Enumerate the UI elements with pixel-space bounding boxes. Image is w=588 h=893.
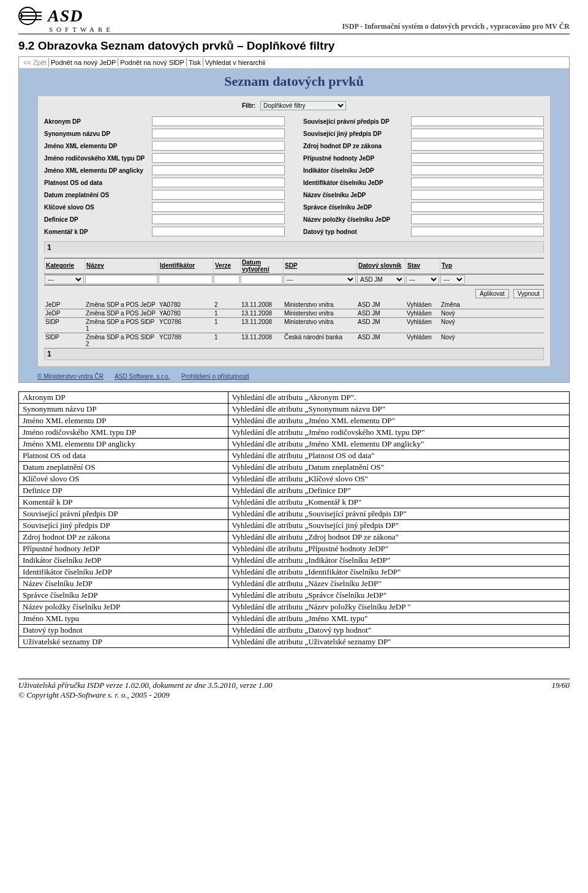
def-term: Jméno XML elementu DP anglicky — [19, 439, 228, 450]
def-desc: Vyhledání dle atributu „Související jiný… — [228, 520, 569, 532]
definition-row: Související právní předpis DPVyhledání d… — [19, 508, 570, 520]
footer-link-asd[interactable]: ASD Software, s.r.o. — [115, 373, 170, 380]
def-term: Název položky číselníku JeDP — [19, 601, 228, 613]
field-input[interactable] — [152, 116, 285, 126]
def-desc: Vyhledání dle atributu „Zdroj hodnot DP … — [228, 532, 569, 543]
cell: YC0788 — [158, 333, 213, 348]
cell: Nový — [440, 318, 466, 333]
table-row[interactable]: JeDPZměna SDP a POS JeDPYA0780213.11.200… — [44, 301, 544, 309]
flt-sdp[interactable]: --- — [284, 275, 356, 284]
definition-row: Platnost OS od dataVyhledání dle atribut… — [19, 450, 570, 462]
menu-print[interactable]: Tisk — [187, 58, 203, 67]
col-nazev: Název — [85, 258, 158, 274]
def-desc: Vyhledání dle atributu „Synonymum názvu … — [228, 404, 569, 415]
def-desc: Vyhledání dle atributu „Definice DP" — [228, 485, 569, 497]
cell: 13.11.2008 — [240, 309, 283, 317]
def-desc: Vyhledání dle atributu „Jméno XML typu" — [228, 613, 569, 625]
field-label: Klíčové slovo OS — [44, 204, 148, 211]
def-term: Klíčové slovo OS — [19, 473, 228, 485]
def-term: Přípustné hodnoty JeDP — [19, 543, 228, 555]
footer-link-mvcr[interactable]: © Ministerstvo vnitra ČR — [37, 373, 104, 380]
field-input[interactable] — [411, 178, 544, 187]
grid-header: Kategorie Název Identifikátor Verze Datu… — [44, 258, 544, 274]
table-row[interactable]: SlDPZměna SDP a POS SlDP 2YC0788113.11.2… — [44, 333, 544, 349]
def-desc: Vyhledání dle atributu „Jméno rodičovské… — [228, 427, 569, 439]
field-input[interactable] — [411, 165, 544, 175]
field-input[interactable] — [152, 129, 285, 138]
field-input[interactable] — [411, 190, 544, 200]
header-rule — [18, 34, 570, 34]
field-input[interactable] — [152, 227, 285, 236]
field-input[interactable] — [411, 214, 544, 224]
field-input[interactable] — [152, 190, 285, 200]
def-desc: Vyhledání dle atributu „Datum zneplatněn… — [228, 462, 569, 473]
flt-identifikator[interactable] — [159, 275, 213, 284]
cell: Vyhlášen — [405, 318, 440, 333]
cell: Nový — [440, 333, 466, 348]
field-input[interactable] — [152, 214, 285, 224]
def-desc: Vyhledání dle atributu „Indikátor číseln… — [228, 555, 569, 567]
footer-link-accessibility[interactable]: Prohlášení o přístupnosti — [181, 373, 249, 380]
flt-nazev[interactable] — [85, 275, 157, 284]
cell: Ministerstvo vnitra — [283, 309, 356, 317]
field-input[interactable] — [152, 153, 285, 163]
def-desc: Vyhledání dle atributu „Komentář k DP" — [228, 497, 569, 508]
def-desc: Vyhledání dle atributu „Jméno XML elemen… — [228, 415, 569, 427]
col-kategorie: Kategorie — [44, 258, 85, 274]
cell: YA0780 — [158, 301, 213, 309]
flt-slovnik[interactable]: ASD JM — [357, 275, 405, 284]
flt-typ[interactable]: --- — [440, 275, 465, 284]
definition-row: Uživatelské seznamy DPVyhledání dle atri… — [19, 636, 570, 648]
flt-verze[interactable] — [214, 275, 239, 284]
flt-datum[interactable] — [241, 275, 282, 284]
disable-button[interactable]: Vypnout — [513, 289, 544, 298]
definition-row: Zdroj hodnot DP ze zákonaVyhledání dle a… — [19, 532, 570, 543]
definitions-table: Akronym DPVyhledání dle atributu „Akrony… — [18, 391, 570, 648]
field-input[interactable] — [152, 165, 285, 175]
menu-back[interactable]: << Zpět — [21, 58, 49, 67]
field-input[interactable] — [152, 178, 285, 187]
def-desc: Vyhledání dle atributu „Přípustné hodnot… — [228, 543, 569, 555]
cell: Vyhlášen — [405, 333, 440, 348]
def-term: Platnost OS od data — [19, 450, 228, 462]
def-term: Název číselníku JeDP — [19, 578, 228, 590]
menu-new-sldp[interactable]: Podnět na nový SlDP — [118, 58, 187, 67]
field-input[interactable] — [411, 202, 544, 212]
definition-row: Akronym DPVyhledání dle atributu „Akrony… — [19, 392, 570, 404]
screenshot-box: << Zpět Podnět na nový JeDP Podnět na no… — [18, 56, 570, 383]
field-input[interactable] — [152, 202, 285, 212]
cell: Změna SDP a POS SlDP 2 — [85, 333, 158, 348]
menu-search-hierarchy[interactable]: Vyhledat v hierarchii — [203, 58, 268, 67]
field-input[interactable] — [411, 141, 544, 151]
def-desc: Vyhledání dle atributu „Správce číselník… — [228, 590, 569, 601]
menu-new-jedp[interactable]: Podnět na nový JeDP — [49, 58, 118, 67]
cell: ASD JM — [356, 318, 405, 333]
field-input[interactable] — [152, 141, 285, 151]
field-label: Akronym DP — [44, 118, 148, 125]
filter-select[interactable]: Doplňkové filtry — [260, 101, 346, 110]
apply-button[interactable]: Aplikovat — [475, 289, 509, 298]
definition-row: Klíčové slovo OSVyhledání dle atributu „… — [19, 473, 570, 485]
section-title: 9.2 Obrazovka Seznam datových prvků – Do… — [18, 39, 570, 53]
field-input[interactable] — [411, 129, 544, 138]
cell: 13.11.2008 — [240, 301, 283, 309]
def-desc: Vyhledání dle atributu „Název číselníku … — [228, 578, 569, 590]
table-row[interactable]: SlDPZměna SDP a POS SlDP 1YC0786113.11.2… — [44, 318, 544, 333]
page-number: 19/60 — [551, 680, 570, 700]
field-label: Související jiný předpis DP — [303, 130, 407, 137]
field-input[interactable] — [411, 153, 544, 163]
col-verze: Verze — [213, 258, 240, 274]
flt-stav[interactable]: --- — [406, 275, 439, 284]
field-label: Identifikátor číselníku JeDP — [303, 179, 407, 186]
field-input[interactable] — [411, 227, 544, 236]
screen-footer-links: © Ministerstvo vnitra ČR ASD Software, s… — [37, 373, 551, 380]
field-label: Datový typ hodnot — [303, 228, 407, 235]
field-input[interactable] — [411, 116, 544, 126]
flt-kategorie[interactable]: --- — [45, 275, 84, 284]
def-term: Synonymum názvu DP — [19, 404, 228, 415]
def-desc: Vyhledání dle atributu „Platnost OS od d… — [228, 450, 569, 462]
table-row[interactable]: JeDPZměna SDP a POS JeDPYA0780113.11.200… — [44, 309, 544, 318]
definition-row: Indikátor číselníku JeDPVyhledání dle at… — [19, 555, 570, 567]
col-datum: Datum vytvoření — [240, 258, 283, 274]
col-typ: Typ — [440, 258, 466, 274]
